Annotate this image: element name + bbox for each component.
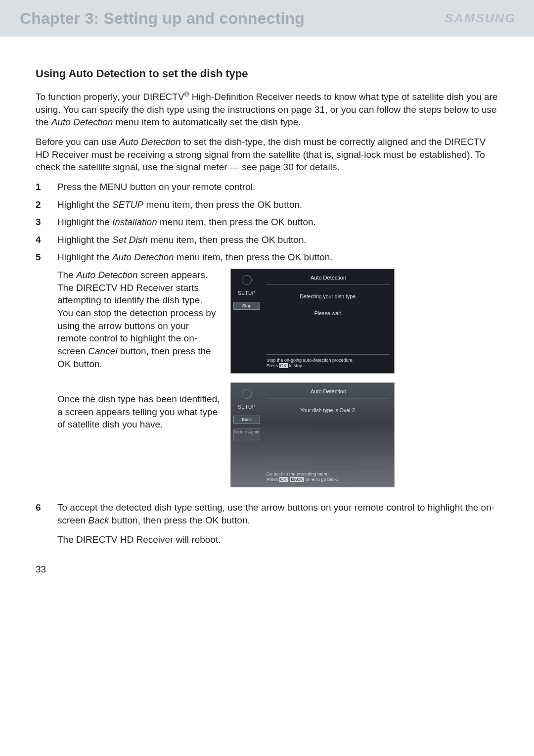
tv-side-label: SETUP (238, 290, 256, 297)
chapter-title: Chapter 3: Setting up and connecting (20, 9, 305, 28)
step-ital: Auto Detection (112, 252, 174, 262)
s5d: Cancel (88, 346, 117, 356)
section-title: Using Auto Detection to set the dish typ… (36, 66, 498, 81)
tv-stop-button: Stop (233, 302, 260, 310)
step6-after: The DIRECTV HD Receiver will reboot. (57, 533, 498, 546)
step-post: menu item, then press the OK button. (157, 217, 316, 227)
s6c: button, then press the OK button. (109, 515, 250, 525)
fb-ok: OK (279, 477, 288, 482)
step-body: Press the MENU button on your remote con… (57, 181, 498, 193)
step-num: 5 (36, 251, 57, 264)
fb-post: to stop. (288, 363, 304, 368)
step-num: 1 (36, 181, 57, 193)
tv-detect-again-button: Detect Again (233, 428, 260, 441)
registered-mark: ® (184, 91, 189, 98)
step-post: menu item, then press the OK button. (148, 235, 307, 245)
tv-line1: Detecting your dish type. (267, 293, 390, 300)
step-body: Highlight the Installation menu item, th… (57, 216, 498, 229)
s5c: screen appears. The DIRECTV HD Receiver … (57, 270, 216, 356)
step-num: 3 (36, 216, 57, 229)
step6-main: To accept the detected dish type setting… (57, 501, 498, 526)
step-body: Highlight the SETUP menu item, then pres… (57, 198, 498, 211)
step-body: To accept the detected dish type setting… (57, 501, 498, 553)
tv-footer-b: Press OK to stop. (267, 363, 390, 369)
tv-footer-b: Press OK, BACK or ◄ to go back. (267, 477, 390, 483)
step-3: 3 Highlight the Installation menu item, … (36, 216, 498, 229)
steps-list: 1 Press the MENU button on your remote c… (36, 181, 498, 553)
step-post: menu item, then press the OK button. (143, 199, 302, 210)
step5-sub-a: The Auto Detection screen appears. The D… (57, 269, 221, 370)
tv-side-label: SETUP (238, 404, 256, 411)
step-num: 4 (36, 234, 57, 246)
figure-column: SETUP Stop Auto Detection Detecting your… (230, 269, 395, 496)
step-6: 6 To accept the detected dish type setti… (36, 501, 498, 553)
intro-paragraph: To function properly, your DIRECTV® High… (36, 90, 498, 129)
tv-footer: Go back to the preceding menu. Press OK,… (267, 468, 390, 483)
tv-line1: Your dish type is Oval-2. (267, 407, 390, 414)
setup-dial-icon (242, 389, 252, 399)
intro-d: menu item to automatically set the dish … (113, 117, 301, 127)
tv-footer-a: Go back to the preceding menu. (267, 472, 390, 477)
tv-screen-result: SETUP Back Detect Again Auto Detection Y… (230, 382, 395, 487)
step-body: Highlight the Auto Detection menu item, … (57, 251, 498, 496)
intro-c-ital: Auto Detection (51, 117, 113, 127)
setup-dial-icon (242, 275, 252, 285)
step5-text-col: The Auto Detection screen appears. The D… (57, 269, 221, 438)
step6-text-col: To accept the detected dish type setting… (57, 501, 498, 546)
tv-back-button: Back (233, 416, 260, 424)
fb-mid: , (288, 477, 290, 482)
step-ital: Installation (112, 217, 157, 227)
fb-post: or ◄ to go back. (304, 477, 338, 482)
step-post: menu item, then press the OK button. (174, 252, 333, 262)
step-ital: SETUP (112, 199, 143, 210)
manual-page: Chapter 3: Setting up and connecting SAM… (0, 0, 534, 756)
prereq-paragraph: Before you can use Auto Detection to set… (36, 136, 498, 174)
tv-screen-detecting: SETUP Stop Auto Detection Detecting your… (230, 269, 395, 374)
s6b: Back (88, 515, 109, 525)
tv-footer-a: Stop the on-going auto-detection procedu… (267, 358, 390, 364)
step-pre: Highlight the (57, 235, 112, 245)
step-ital: Set Dish (112, 235, 148, 245)
fb-back: BACK (290, 477, 305, 482)
tv-line2: Please wait. (267, 310, 390, 317)
tv-divider (267, 398, 390, 399)
s5a: The (57, 270, 76, 280)
step-5: 5 Highlight the Auto Detection menu item… (36, 251, 498, 496)
step5-detail-row: The Auto Detection screen appears. The D… (57, 269, 498, 496)
samsung-logo: SAMSUNG (445, 11, 516, 25)
step-2: 2 Highlight the SETUP menu item, then pr… (36, 198, 498, 211)
tv-sidebar: SETUP Back Detect Again (231, 383, 263, 487)
step-4: 4 Highlight the Set Dish menu item, then… (36, 234, 498, 246)
step-1: 1 Press the MENU button on your remote c… (36, 181, 498, 193)
step-num: 2 (36, 198, 57, 211)
step-pre: Highlight the (57, 199, 112, 210)
tv-footer: Stop the on-going auto-detection procedu… (267, 354, 390, 369)
tv-title: Auto Detection (267, 388, 390, 397)
prereq-a: Before you can use (36, 137, 119, 147)
step-body: Highlight the Set Dish menu item, then p… (57, 234, 498, 246)
step5-sub-b: Once the dish type has been identified, … (57, 393, 221, 431)
prereq-b-ital: Auto Detection (119, 137, 181, 147)
s5b: Auto Detection (76, 270, 138, 280)
fb-pre: Press (267, 363, 279, 368)
fb-pre: Press (267, 477, 279, 482)
step-pre: Highlight the (57, 217, 112, 227)
tv-divider (267, 284, 390, 285)
step-pre: Highlight the (57, 252, 112, 262)
page-number: 33 (36, 564, 46, 575)
tv-title: Auto Detection (267, 274, 390, 284)
intro-a: To function properly, your DIRECTV (36, 92, 184, 102)
chapter-header: Chapter 3: Setting up and connecting SAM… (0, 0, 534, 37)
tv-main: Auto Detection Your dish type is Oval-2.… (263, 383, 394, 487)
tv-main: Auto Detection Detecting your dish type.… (263, 269, 394, 373)
step-num: 6 (36, 501, 57, 514)
page-content: Using Auto Detection to set the dish typ… (0, 37, 534, 553)
fb-ok: OK (279, 363, 288, 368)
tv-sidebar: SETUP Stop (231, 269, 263, 373)
